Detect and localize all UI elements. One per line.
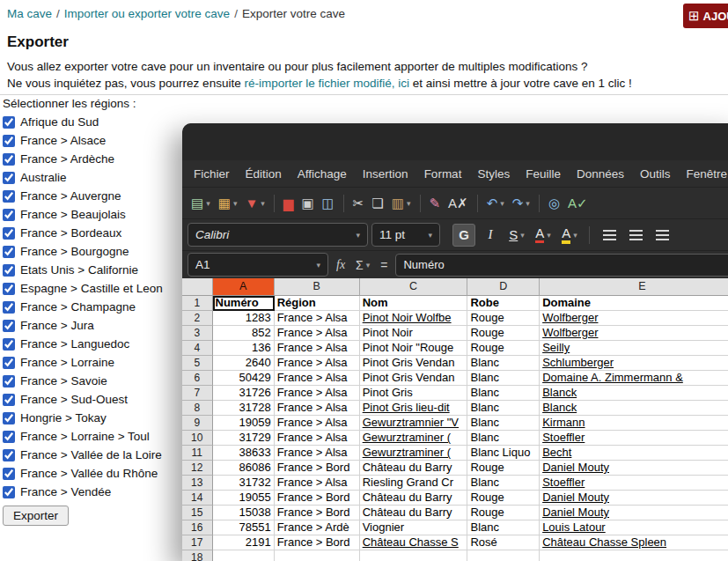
- open-button[interactable]: ▦▾: [215, 192, 241, 215]
- cell-c16[interactable]: Viognier: [360, 520, 468, 535]
- cell-b12[interactable]: France > Bord: [275, 461, 360, 476]
- region-item-afrique-du-sud[interactable]: Afrique du Sud: [3, 113, 188, 131]
- region-item-france-lorraine[interactable]: France > Lorraine: [3, 353, 188, 372]
- row-header-5[interactable]: 5: [182, 356, 213, 371]
- region-item-france-languedoc[interactable]: France > Languedoc: [3, 335, 188, 353]
- font-name-select[interactable]: Calibri ▾: [188, 223, 368, 247]
- cell-e17[interactable]: Château Chasse Spleen: [540, 535, 728, 550]
- cell-a6[interactable]: 50429: [213, 371, 275, 386]
- region-item-france-auvergne[interactable]: France > Auvergne: [3, 187, 188, 205]
- cell-c17[interactable]: Château Chasse S: [360, 535, 468, 550]
- region-checkbox-france-vendee[interactable]: [3, 486, 15, 498]
- chevron-down-icon[interactable]: ▾: [206, 199, 210, 208]
- row-header-10[interactable]: 10: [182, 431, 213, 446]
- row-header-3[interactable]: 3: [182, 326, 213, 341]
- cell-d2[interactable]: Rouge: [467, 311, 540, 326]
- region-item-france-alsace[interactable]: France > Alsace: [3, 131, 188, 150]
- cell-a17[interactable]: 2191: [213, 535, 275, 550]
- cell-c12[interactable]: Château du Barry: [360, 461, 468, 476]
- region-checkbox-france-sud-ouest[interactable]: [3, 394, 15, 406]
- region-checkbox-france-languedoc[interactable]: [3, 338, 15, 351]
- region-checkbox-france-beaujolais[interactable]: [3, 209, 15, 221]
- window-titlebar[interactable]: [182, 123, 728, 160]
- paste-button[interactable]: ▥▾: [388, 192, 415, 215]
- cell-a2[interactable]: 1283: [213, 311, 275, 326]
- region-checkbox-australie[interactable]: [3, 172, 15, 184]
- cell-b5[interactable]: France > Alsa: [275, 356, 360, 371]
- font-color-button[interactable]: A▾: [532, 224, 555, 247]
- region-item-etats-unis-californie[interactable]: Etats Unis > Californie: [3, 261, 188, 279]
- cell-d15[interactable]: Rouge: [467, 506, 540, 520]
- region-checkbox-france-alsace[interactable]: [3, 135, 15, 147]
- redo-button[interactable]: ↷▾: [509, 192, 533, 215]
- menu-insertion[interactable]: Insertion: [355, 163, 416, 185]
- formula-input[interactable]: Numéro: [395, 254, 728, 277]
- cell-a3[interactable]: 852: [213, 326, 275, 341]
- column-header-a[interactable]: A: [213, 278, 275, 296]
- cell-b2[interactable]: France > Alsa: [275, 311, 360, 326]
- breadcrumb-link-ma-cave[interactable]: Ma cave: [7, 7, 52, 20]
- menu-affichage[interactable]: Affichage: [290, 163, 355, 185]
- region-item-espagne-castille-et-leon[interactable]: Espagne > Castille et Leon: [3, 279, 188, 298]
- align-left-button[interactable]: [598, 224, 621, 247]
- region-item-france-vendee[interactable]: France > Vendée: [3, 483, 188, 501]
- cell-c2[interactable]: Pinot Noir Wolfbe: [360, 311, 468, 326]
- row-header-17[interactable]: 17: [182, 535, 213, 550]
- clear-formatting-button[interactable]: A✗: [445, 192, 472, 215]
- region-item-france-champagne[interactable]: France > Champagne: [3, 298, 188, 316]
- cell-d12[interactable]: Rouge: [467, 461, 540, 476]
- region-item-france-vallee-de-la-loire[interactable]: France > Vallée de la Loire: [3, 446, 188, 464]
- cell-e2[interactable]: Wolfberger: [540, 311, 728, 326]
- cell-b4[interactable]: France > Alsa: [275, 341, 360, 356]
- cell-c5[interactable]: Pinot Gris Vendan: [360, 356, 468, 371]
- clone-formatting-button[interactable]: ✎: [426, 192, 445, 215]
- region-item-france-sud-ouest[interactable]: France > Sud-Ouest: [3, 390, 188, 409]
- menu-edition[interactable]: Édition: [238, 163, 290, 185]
- sum-button[interactable]: Σ▾: [353, 258, 372, 272]
- cell-b11[interactable]: France > Alsa: [275, 446, 360, 461]
- row-header-4[interactable]: 4: [182, 341, 213, 356]
- menu-fichier[interactable]: Fichier: [186, 163, 238, 185]
- find-replace-button[interactable]: ◎: [545, 192, 563, 215]
- select-all-corner[interactable]: [182, 278, 213, 296]
- cell-b18[interactable]: [275, 550, 360, 561]
- cut-button[interactable]: ✂: [349, 192, 368, 215]
- region-item-france-vallee-du-rhone[interactable]: France > Vallée du Rhône: [3, 464, 188, 483]
- region-checkbox-france-auvergne[interactable]: [3, 190, 15, 203]
- column-header-b[interactable]: B: [275, 278, 360, 296]
- menu-feuille[interactable]: Feuille: [518, 163, 569, 185]
- column-header-e[interactable]: E: [540, 278, 728, 296]
- cell-e15[interactable]: Daniel Mouty: [540, 506, 728, 520]
- cell-a13[interactable]: 31732: [213, 476, 275, 491]
- row-header-12[interactable]: 12: [182, 461, 213, 476]
- formula-button[interactable]: =: [378, 258, 390, 272]
- row-header-18[interactable]: 18: [182, 550, 213, 561]
- cell-d10[interactable]: Blanc: [467, 431, 540, 446]
- row-header-2[interactable]: 2: [182, 311, 213, 326]
- bold-button[interactable]: G: [452, 224, 475, 247]
- cell-a18[interactable]: [213, 550, 275, 561]
- region-checkbox-france-lorraine-toul[interactable]: [3, 431, 15, 443]
- cell-e12[interactable]: Daniel Mouty: [540, 461, 728, 476]
- cell-d13[interactable]: Blanc: [467, 476, 540, 491]
- cell-c6[interactable]: Pinot Gris Vendan: [360, 371, 468, 386]
- column-header-c[interactable]: C: [360, 278, 468, 296]
- cell-d18[interactable]: [467, 550, 540, 561]
- print-button[interactable]: ▣: [298, 192, 317, 215]
- name-box[interactable]: A1 ▾: [188, 253, 328, 277]
- cell-b1[interactable]: Région: [275, 296, 360, 311]
- region-checkbox-etats-unis-californie[interactable]: [3, 264, 15, 277]
- cell-d5[interactable]: Blanc: [467, 356, 540, 371]
- cell-e1[interactable]: Domaine: [540, 296, 728, 311]
- menu-format[interactable]: Format: [416, 163, 470, 185]
- row-header-7[interactable]: 7: [182, 386, 213, 401]
- cell-a9[interactable]: 19059: [213, 416, 275, 431]
- region-checkbox-france-savoie[interactable]: [3, 375, 15, 388]
- align-right-button[interactable]: [651, 224, 673, 247]
- row-header-13[interactable]: 13: [182, 476, 213, 491]
- cell-e5[interactable]: Schlumberger: [540, 356, 728, 371]
- cell-c15[interactable]: Château du Barry: [360, 506, 468, 520]
- cell-e14[interactable]: Daniel Mouty: [540, 491, 728, 506]
- cell-b6[interactable]: France > Alsa: [275, 371, 360, 386]
- row-header-11[interactable]: 11: [182, 446, 213, 461]
